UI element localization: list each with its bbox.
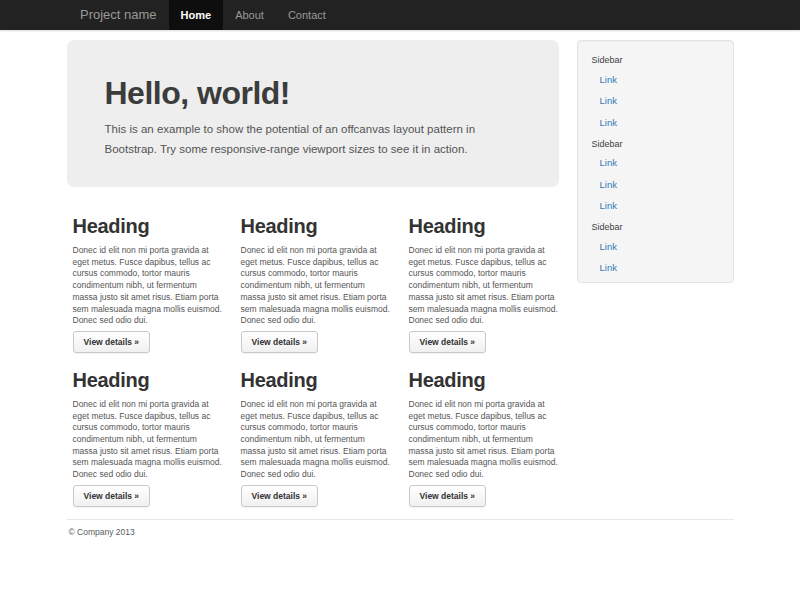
- nav-item-contact[interactable]: Contact: [276, 0, 338, 30]
- view-details-button[interactable]: View details »: [409, 485, 487, 507]
- jumbotron: Hello, world! This is an example to show…: [67, 40, 559, 187]
- card-body-text: Donec id elit non mi porta gravida at eg…: [73, 245, 223, 327]
- view-details-button[interactable]: View details »: [241, 331, 319, 353]
- card-heading: Heading: [241, 215, 391, 238]
- sidebar-group-header: Sidebar: [578, 220, 733, 234]
- card-body-text: Donec id elit non mi porta gravida at eg…: [241, 245, 391, 327]
- sidebar-group-header: Sidebar: [578, 137, 733, 151]
- card: Heading Donec id elit non mi porta gravi…: [403, 353, 571, 507]
- sidebar-link[interactable]: Link: [578, 258, 733, 280]
- card-body-text: Donec id elit non mi porta gravida at eg…: [241, 399, 391, 481]
- sidebar-group-header: Sidebar: [578, 53, 733, 67]
- sidebar-link[interactable]: Link: [578, 69, 733, 91]
- footer-divider: [67, 519, 734, 520]
- card-heading: Heading: [241, 369, 391, 392]
- jumbotron-description: This is an example to show the potential…: [105, 120, 521, 159]
- card-body-text: Donec id elit non mi porta gravida at eg…: [409, 245, 559, 327]
- sidebar-link[interactable]: Link: [578, 196, 733, 218]
- footer: © Company 2013: [67, 527, 734, 537]
- card: Heading Donec id elit non mi porta gravi…: [67, 353, 235, 507]
- jumbotron-description-line1: This is an example to show the potential…: [105, 123, 476, 135]
- nav-item-home[interactable]: Home: [169, 0, 224, 30]
- view-details-button[interactable]: View details »: [409, 331, 487, 353]
- card: Heading Donec id elit non mi porta gravi…: [403, 199, 571, 353]
- card: Heading Donec id elit non mi porta gravi…: [235, 353, 403, 507]
- sidebar: Sidebar Link Link Link Sidebar Link Link…: [577, 40, 734, 283]
- card-heading: Heading: [73, 369, 223, 392]
- jumbotron-description-line2: Bootstrap. Try some responsive-range vie…: [105, 143, 468, 155]
- brand-link[interactable]: Project name: [67, 0, 169, 30]
- sidebar-link[interactable]: Link: [578, 153, 733, 175]
- cards-row-1: Heading Donec id elit non mi porta gravi…: [67, 199, 571, 353]
- card-body-text: Donec id elit non mi porta gravida at eg…: [73, 399, 223, 481]
- card-body-text: Donec id elit non mi porta gravida at eg…: [409, 399, 559, 481]
- sidebar-link[interactable]: Link: [578, 236, 733, 258]
- sidebar-link[interactable]: Link: [578, 174, 733, 196]
- nav-item-about[interactable]: About: [223, 0, 276, 30]
- view-details-button[interactable]: View details »: [73, 485, 151, 507]
- copyright-text: © Company 2013: [67, 527, 734, 537]
- card-heading: Heading: [409, 215, 559, 238]
- sidebar-link[interactable]: Link: [578, 91, 733, 113]
- navbar: Project name Home About Contact: [0, 0, 800, 30]
- sidebar-link[interactable]: Link: [578, 112, 733, 134]
- card: Heading Donec id elit non mi porta gravi…: [67, 199, 235, 353]
- card-heading: Heading: [409, 369, 559, 392]
- page-container: Hello, world! This is an example to show…: [67, 40, 734, 537]
- page-title: Hello, world!: [105, 76, 521, 110]
- view-details-button[interactable]: View details »: [241, 485, 319, 507]
- navbar-menu: Home About Contact: [169, 0, 338, 30]
- card: Heading Donec id elit non mi porta gravi…: [235, 199, 403, 353]
- card-heading: Heading: [73, 215, 223, 238]
- cards-row-2: Heading Donec id elit non mi porta gravi…: [67, 353, 571, 507]
- view-details-button[interactable]: View details »: [73, 331, 151, 353]
- main-content: Hello, world! This is an example to show…: [67, 40, 571, 507]
